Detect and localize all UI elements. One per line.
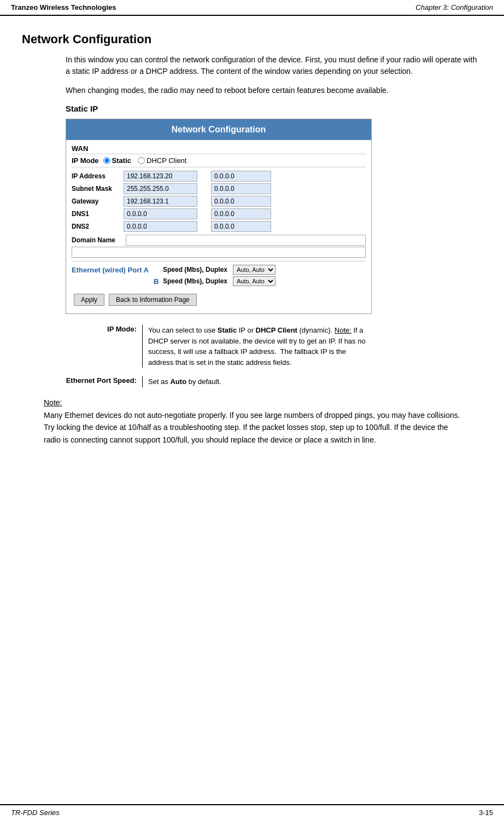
ip-address-input[interactable] [124, 171, 197, 182]
ethernet-port-a-label: Ethernet (wired) Port A [72, 266, 162, 274]
ethernet-speed-duplex-label-b: Speed (Mbs), Duplex [162, 277, 233, 285]
ethernet-section: Ethernet (wired) Port A Speed (Mbs), Dup… [72, 265, 366, 286]
static-bold: Static [218, 326, 237, 334]
dns2-label: DNS2 [72, 223, 124, 230]
ip-mode-label: IP Mode [72, 156, 99, 165]
apply-button[interactable]: Apply [74, 294, 104, 306]
ethernet-port-a-row: Ethernet (wired) Port A Speed (Mbs), Dup… [72, 265, 366, 275]
gateway-label: Gateway [72, 197, 124, 205]
ip-address-input-alt[interactable] [211, 171, 271, 182]
intro-paragraph-1: In this window you can control the netwo… [66, 54, 482, 77]
net-config-body: WAN IP Mode Static DHCP Client [66, 140, 371, 313]
domain-name-input[interactable] [126, 235, 366, 246]
subnet-mask-label: Subnet Mask [72, 185, 124, 193]
page-content: Network Configuration In this window you… [0, 16, 504, 457]
dns1-input[interactable] [124, 208, 197, 219]
ip-address-row: IP Address [72, 171, 366, 182]
static-radio-text: Static [112, 156, 131, 165]
page-number: 3-15 [479, 809, 493, 817]
note-text: Many Ethernet devices do not auto-negoti… [44, 409, 460, 446]
auto-bold: Auto [170, 377, 186, 386]
dhcp-radio-text: DHCP Client [146, 156, 186, 165]
series-label: TR-FDD Series [11, 809, 60, 817]
descriptions-section: IP Mode: You can select to use Static IP… [66, 325, 372, 387]
gateway-input-alt[interactable] [211, 196, 271, 207]
page-footer: TR-FDD Series 3-15 [0, 804, 504, 820]
ethernet-port-b-label: B [72, 277, 162, 286]
gateway-input[interactable] [124, 196, 197, 207]
eth-speed-desc-row: Ethernet Port Speed: Set as Auto by defa… [66, 376, 372, 387]
dns1-input-alt[interactable] [211, 208, 271, 219]
domain-name-section: Domain Name [72, 235, 366, 258]
ip-mode-row: IP Mode Static DHCP Client [72, 156, 366, 167]
intro-paragraph-2: When changing modes, the radio may need … [66, 85, 482, 96]
note-title: Note: [44, 398, 460, 407]
dhcp-radio[interactable] [138, 157, 145, 164]
eth-speed-desc-value: Set as Auto by default. [148, 376, 372, 387]
ip-mode-radio-group: Static DHCP Client [103, 156, 187, 165]
subnet-mask-input-alt[interactable] [211, 183, 271, 194]
gateway-row: Gateway [72, 196, 366, 207]
dns1-row: DNS1 [72, 208, 366, 219]
static-ip-heading: Static IP [66, 104, 482, 113]
ip-address-label: IP Address [72, 172, 124, 180]
back-button[interactable]: Back to Information Page [109, 294, 197, 306]
ethernet-speed-select-a[interactable]: Auto, Auto 10/Half 10/Full 100/Half 100/… [233, 265, 276, 275]
dns2-input-alt[interactable] [211, 221, 271, 232]
page-header: Tranzeo Wireless Technologies Chapter 3:… [0, 0, 504, 16]
chapter-title: Chapter 3: Configuration [415, 3, 493, 11]
eth-speed-desc-key: Ethernet Port Speed: [66, 376, 142, 387]
static-radio[interactable] [103, 157, 110, 164]
button-row: Apply Back to Information Page [72, 290, 366, 309]
domain-name-row: Domain Name [72, 235, 366, 246]
dhcp-bold: DHCP Client [256, 326, 297, 334]
ip-mode-desc-key: IP Mode: [66, 325, 142, 368]
dns1-label: DNS1 [72, 210, 124, 218]
ethernet-port-b-row: B Speed (Mbs), Duplex Auto, Auto 10/Half… [72, 276, 366, 286]
note-inline: Note: [335, 326, 351, 334]
ethernet-speed-duplex-label-a: Speed (Mbs), Duplex [162, 266, 233, 274]
static-radio-label[interactable]: Static [103, 156, 131, 165]
section-title: Network Configuration [22, 32, 482, 46]
domain-name-label: Domain Name [72, 236, 124, 244]
net-config-panel: Network Configuration WAN IP Mode Static… [66, 119, 372, 314]
dns2-input[interactable] [124, 221, 197, 232]
ip-mode-desc-divider [142, 325, 143, 368]
eth-speed-desc-divider [142, 376, 143, 387]
domain-name-input-secondary[interactable] [72, 247, 366, 258]
wan-label: WAN [72, 144, 366, 154]
net-config-panel-header: Network Configuration [66, 119, 371, 140]
subnet-mask-input[interactable] [124, 183, 197, 194]
note-section: Note: Many Ethernet devices do not auto-… [44, 398, 460, 446]
company-name: Tranzeo Wireless Technologies [11, 3, 116, 11]
ip-mode-desc-row: IP Mode: You can select to use Static IP… [66, 325, 372, 368]
subnet-mask-row: Subnet Mask [72, 183, 366, 194]
dhcp-radio-label[interactable]: DHCP Client [138, 156, 186, 165]
fields-container: IP Address Subnet Mask Gateway [72, 171, 366, 258]
dns2-row: DNS2 [72, 221, 366, 232]
ip-mode-desc-value: You can select to use Static IP or DHCP … [148, 325, 372, 368]
ethernet-speed-select-b[interactable]: Auto, Auto 10/Half 10/Full 100/Half 100/… [233, 276, 276, 286]
